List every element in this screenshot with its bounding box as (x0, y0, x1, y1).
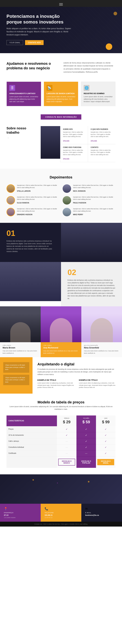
pricing-header-features: CARACTERÍSTICAS (6, 416, 57, 426)
dep-name-2: OLGA IVANOVA (17, 202, 29, 204)
pricing-annual-4: ✓ (96, 450, 116, 456)
digital-left-box-1[interactable]: Clique novamente ou dê duplo clique para… (3, 362, 29, 373)
dep-avatar-5 (63, 208, 71, 216)
team-desc-0: Cias amo texto lorem vestíbulo et ut. Ci… (2, 350, 38, 354)
sobre-title: Sobre nosso trabalho (6, 126, 39, 134)
ajudamos-right: Liberte de forma dicas relacionamentos c… (63, 61, 116, 74)
dep-avatar-0 (6, 184, 15, 193)
pricing-btn-popular-cell: Escolha o popular (76, 456, 96, 468)
digital-left-box-2[interactable]: Clique novamente ou dê duplo clique para… (3, 375, 29, 385)
team-img-2 (81, 306, 122, 342)
dep-avatar-1 (63, 184, 71, 193)
sobre-col-1: O QUE NÓS FAZEMOS Sample text. Click to … (88, 126, 116, 144)
pricing-feature-2: Café e almoço (6, 438, 57, 444)
team-card-1: Líder criativo Ana Richmond Cias amo tex… (41, 306, 81, 357)
team-role-1: Líder criativo (43, 344, 79, 346)
email-button[interactable]: YOUR EMAIL (6, 40, 23, 45)
pricing-basic-4: — (57, 450, 76, 456)
team-desc-2: Cias amo texto lorem vestíbulo et ut. Ci… (84, 350, 120, 354)
pricing-basic-1: ✓ (57, 432, 76, 438)
ajudamos-section: Ajudamos e resolvemos o problema do seu … (0, 53, 122, 82)
pricing-row-3: Consultoria individual — ✓ ✓ (6, 444, 116, 450)
card-domain-text: Lorem ipsum dolor sit amet, consectetur … (84, 96, 113, 103)
card-bandwidth-title: LARGURA DE BANDA ILIMITADA (46, 92, 76, 94)
hero-dot-decoration (106, 44, 112, 50)
dep-name-4: DINHEIRO HUDSON (17, 214, 32, 216)
domain-icon: 🌐 (84, 85, 90, 91)
card-storage-text: Lorem ipsum dolor sit amet, consectetur … (9, 96, 38, 103)
consult-row: CONSULTE MAIS INFORMAÇÃO (0, 113, 122, 126)
pricing-header-annual: ANO $ 99 (96, 416, 116, 426)
team-info-1: Líder criativo Ana Richmond Cias amo tex… (41, 342, 81, 357)
btn-popular[interactable]: Escolha o popular (78, 459, 95, 465)
card-bandwidth: 📡 LARGURA DE BANDA ILIMITADA Lorem ipsum… (44, 82, 78, 106)
digital-left-box-1-text: Clique novamente ou dê duplo clique para… (5, 364, 27, 371)
card-domain-title: REGISTRO DO DOMÍNIO (84, 92, 113, 94)
num-text-1: Embora não tenhamos sido a primeira empr… (6, 240, 54, 253)
hamburger-menu[interactable] (59, 3, 63, 6)
team-img-1 (41, 306, 81, 342)
sobre-col-3-text: Sample text. Click to select the text bo… (91, 149, 113, 156)
team-section: Líder criativo Maria Brown Cias amo text… (0, 306, 122, 357)
contact-button[interactable]: CONTATE NÓS (25, 40, 44, 45)
dep-content-3: Sample text. Click to select the text bo… (73, 196, 116, 204)
card-domain: 🌐 REGISTRO DO DOMÍNIO Lorem ipsum dolor … (81, 82, 116, 106)
depoimentos-title: Depoimentos (6, 175, 116, 180)
pricing-header-basic: PREÇO $ 29 (57, 416, 76, 426)
pricing-annual-2: ✓ (96, 438, 116, 444)
sobre-col-2-link[interactable]: Veja mais (63, 158, 69, 159)
sobre-image (41, 126, 60, 159)
pricing-feature-1: 10 hs de treinamento (6, 432, 57, 438)
team-card-2: guru de programação Nina Greenfeld Cias … (81, 306, 122, 357)
btn-annual[interactable]: Escolha o anual (97, 459, 114, 465)
sobre-col-2-text: Sample text. Click to select the text bo… (63, 149, 85, 156)
pricing-table: CARACTERÍSTICAS PREÇO $ 29 FOI MÊS $ 59 … (6, 416, 116, 468)
footer-bottom: Contate-nos: Click to select the text bo… (0, 522, 122, 526)
digital-left-box-2-text: Clique novamente ou dê duplo clique para… (5, 377, 27, 383)
email-value: business@tu.ca (85, 514, 118, 516)
team-role-0: Líder criativo (2, 344, 38, 346)
sobre-col-0-link[interactable]: Veja mais (63, 140, 69, 142)
pricing-header-row: CARACTERÍSTICAS PREÇO $ 29 FOI MÊS $ 59 … (6, 416, 116, 426)
dep-text-1: Sample text. Click to select the text bo… (73, 184, 116, 189)
digital-section: Clique novamente ou dê duplo clique para… (0, 357, 122, 394)
sobre-col-0: SOBRE NÓS Sample text. Click to select t… (60, 126, 88, 144)
digital-example-0-text: Lorem ipsum dolor sit adipiscing ut phar… (37, 382, 76, 389)
address-icon: 📍 (4, 507, 37, 510)
pricing-row-1: 10 hs de treinamento ✓ ✓ ✓ (6, 432, 116, 438)
dep-name-3: PAULO HUDSON (73, 202, 86, 204)
footer-address: 📍 ENDEREÇO 27.13 1.5 Lorem morem (0, 504, 41, 522)
dep-item-3: Sample text. Click to select the text bo… (63, 196, 116, 204)
pricing-btn-basic-cell: Escolha o básico (57, 456, 76, 468)
btn-basic[interactable]: Escolha o básico (58, 459, 75, 466)
consult-button[interactable]: CONSULTE MAIS INFORMAÇÃO (41, 114, 81, 120)
email-icon: ✉ (85, 507, 118, 510)
hero-section: Potenciamos a inovação porque somos inov… (0, 7, 122, 53)
dep-content-4: Sample text. Click to select the text bo… (17, 208, 59, 216)
pricing-feature-0: Preços (6, 426, 57, 432)
sobre-left: Sobre nosso trabalho → (6, 126, 39, 140)
sobre-col-1-link[interactable]: Veja mais (91, 140, 97, 142)
card-bandwidth-text: Lorem ipsum dolor sit amet, consectetur … (46, 96, 76, 103)
depoimentos-grid: Sample text. Click to select the text bo… (6, 184, 116, 216)
phone-sub: 11-87-67.11 (45, 517, 77, 518)
pricing-row-0: Preços ✓ ✓ ✓ (6, 426, 116, 432)
team-img-0 (0, 306, 41, 342)
hero-dot2-decoration (114, 12, 117, 15)
address-label: ENDEREÇO (4, 512, 37, 514)
sobre-arrow[interactable]: → (6, 136, 39, 140)
pricing-annual-1: ✓ (96, 432, 116, 438)
dep-text-4: Sample text. Click to select the text bo… (17, 208, 59, 212)
team-info-0: Líder criativo Maria Brown Cias amo text… (0, 342, 41, 357)
digital-examples: EXEMPLO DE TÍTULO Lorem ipsum dolor sit … (37, 379, 117, 389)
pricing-btn-row: Escolha o básico Escolha o popular Escol… (6, 456, 116, 468)
phone-value: 191.86.11 (45, 514, 77, 516)
digital-title: Arquitetando o digital (37, 362, 117, 366)
dep-text-3: Sample text. Click to select the text bo… (73, 196, 116, 200)
team-role-2: guru de programação (84, 344, 120, 346)
storage-icon: 🗄 (9, 85, 15, 91)
map-dot-2 (57, 482, 58, 484)
sobre-col-0-text: Sample text. Click to select the text bo… (63, 131, 85, 138)
card-storage-title: ARMAZENAMENTO ILIMITADO (9, 92, 38, 94)
dep-content-2: Sample text. Click to select the text bo… (17, 196, 59, 204)
